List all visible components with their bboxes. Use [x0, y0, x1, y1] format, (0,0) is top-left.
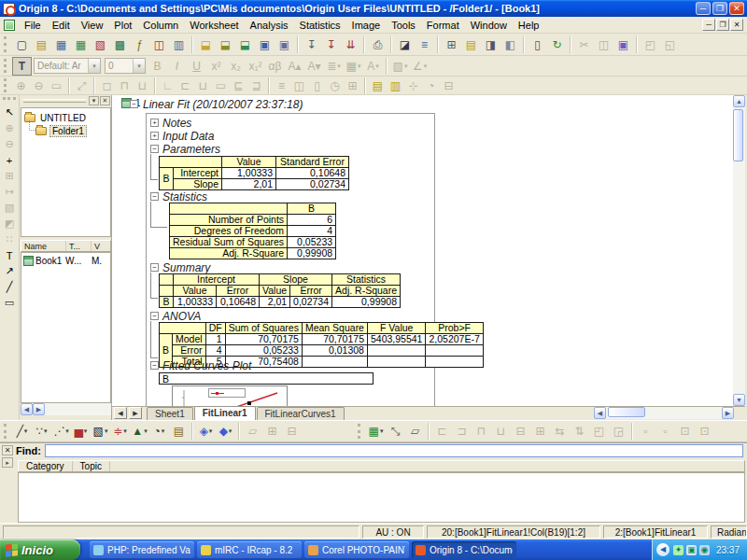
tray-chevron-button[interactable]: ◀ — [656, 543, 669, 556]
history-window-button[interactable]: ◧ — [500, 35, 520, 54]
result-log-button[interactable]: ▤ — [461, 35, 481, 54]
scrollbar-thumb[interactable] — [608, 407, 645, 417]
task-mirc[interactable]: mIRC - IRcap - 8.2 — [197, 541, 302, 558]
menu-item[interactable]: Image — [346, 18, 387, 33]
add-color-scale-button[interactable]: ▥ — [387, 77, 404, 93]
restore-button[interactable]: ❐ — [712, 2, 727, 15]
mdi-minimize-button[interactable]: ─ — [702, 19, 715, 31]
import-ascii-button[interactable]: ↧ — [321, 35, 341, 54]
expand-toggle[interactable]: − — [150, 145, 159, 153]
new-2d-graph-button[interactable]: ◈ — [196, 422, 216, 441]
toolbar-grip[interactable] — [3, 97, 16, 102]
import-wizard-button[interactable]: ↧ — [302, 35, 321, 54]
column-header-topic[interactable]: Topic — [73, 461, 110, 471]
column-header-category[interactable]: Category — [19, 461, 73, 471]
new-legend-button[interactable]: ▤ — [369, 77, 387, 93]
results-list[interactable] — [18, 472, 745, 523]
menu-item[interactable]: File — [19, 18, 47, 33]
column-plot-button[interactable]: ▅ — [71, 422, 91, 441]
panel-grip[interactable] — [23, 99, 86, 103]
expand-toggle[interactable]: + — [150, 132, 159, 140]
worksheet-button[interactable]: ▦ — [366, 422, 386, 441]
tab-sheet1[interactable]: Sheet1 — [147, 407, 193, 420]
line-tool[interactable]: ╱ — [1, 279, 18, 295]
font-combo[interactable]: Default: Ar▾ — [34, 58, 101, 74]
menu-item[interactable]: Window — [465, 18, 513, 33]
toolbar-grip[interactable] — [4, 424, 8, 440]
scatter-plot-button[interactable]: ∵ — [32, 422, 51, 441]
close-button[interactable]: ✕ — [729, 2, 744, 15]
toolbar-grip[interactable] — [4, 59, 8, 74]
msn-tray-icon[interactable]: ✦ — [673, 545, 684, 555]
font-size-combo[interactable]: 0▾ — [105, 58, 146, 74]
window-list-item-book1[interactable]: Book1 W... M. — [21, 253, 110, 266]
column-header-name[interactable]: Name — [21, 241, 66, 251]
expand-toggle[interactable]: − — [150, 361, 159, 370]
menu-item[interactable]: Statistics — [294, 18, 346, 33]
pointer-tool[interactable]: ↖ — [1, 105, 18, 120]
save-template-button[interactable]: ▣ — [275, 35, 294, 54]
line-plot-button[interactable]: ╱ — [12, 422, 32, 441]
new-project-button[interactable]: ▢ — [12, 35, 32, 54]
apply-format-button[interactable]: T — [12, 57, 32, 76]
menu-item[interactable]: Column — [137, 18, 184, 33]
open-button[interactable]: ⬓ — [196, 35, 216, 54]
find-panel-dock-button[interactable]: ▸ — [2, 457, 13, 468]
volume-tray-icon[interactable]: ◉ — [699, 545, 710, 555]
expand-toggle[interactable]: − — [130, 100, 138, 108]
menu-item[interactable]: Worksheet — [184, 18, 244, 33]
mdi-restore-button[interactable]: ❐ — [716, 19, 729, 31]
line-symbol-plot-button[interactable]: ⋰ — [51, 422, 71, 441]
chevron-down-icon[interactable]: ▾ — [88, 59, 100, 73]
add-new-columns-button[interactable]: ▯ — [528, 35, 547, 54]
panel-close-button[interactable]: ✕ — [100, 96, 110, 105]
network-tray-icon[interactable]: ▣ — [686, 545, 697, 555]
task-origin[interactable]: Origin 8 - C:\Docume... — [412, 541, 516, 558]
minimize-button[interactable]: ─ — [696, 2, 711, 15]
menu-item[interactable]: Format — [421, 18, 465, 33]
toolbar-grip[interactable] — [4, 36, 8, 52]
menu-item[interactable]: Analysis — [245, 18, 294, 33]
new-function-button[interactable]: ƒ — [130, 35, 149, 54]
panel-menu-button[interactable]: ▾ — [89, 96, 99, 105]
screen-reader-tool[interactable]: + — [1, 152, 18, 168]
scrollbar-thumb[interactable] — [733, 109, 743, 161]
pie-plot-button[interactable]: ◔ — [149, 422, 169, 441]
tab-fitlinearcurves1[interactable]: FitLinearCurves1 — [257, 407, 345, 420]
task-corel[interactable]: Corel PHOTO-PAINT ... — [304, 541, 409, 558]
tree-item-untitled[interactable]: UNTITLED — [24, 111, 110, 124]
graph-gallery-button[interactable]: ▤ — [169, 422, 189, 441]
new-notes-button[interactable]: ▥ — [169, 35, 189, 54]
new-graph-button[interactable]: ▧ — [91, 35, 110, 54]
expand-toggle[interactable]: − — [150, 263, 159, 272]
command-window-button[interactable]: ◨ — [481, 35, 500, 54]
new-workbook-button[interactable]: ▦ — [51, 35, 71, 54]
new-excel-button[interactable]: ▩ — [110, 35, 130, 54]
task-php[interactable]: PHP: Predefined Vari... — [90, 541, 194, 558]
new-matrix-button[interactable]: ▦ — [71, 35, 91, 54]
resize-button[interactable]: ⤡ — [386, 422, 405, 441]
new-3d-graph-button[interactable]: ◆ — [216, 422, 235, 441]
print-button[interactable]: ⎙ — [368, 35, 388, 54]
menu-item[interactable]: View — [76, 18, 109, 33]
box-plot-button[interactable]: ≑ — [110, 422, 130, 441]
tree-item-folder1[interactable]: Folder1 — [35, 124, 110, 137]
tab-fitlinear1[interactable]: FitLinear1 — [194, 406, 256, 420]
column-header-view[interactable]: V — [92, 241, 110, 251]
new-layout-button[interactable]: ◫ — [149, 35, 169, 54]
tab-scroll-left-button[interactable]: ◀ — [114, 407, 127, 419]
menu-item[interactable]: Tools — [386, 18, 421, 33]
scrollbar-track[interactable] — [733, 107, 745, 394]
chevron-down-icon[interactable]: ▾ — [133, 59, 145, 73]
find-panel-close-button[interactable]: ✕ — [2, 445, 13, 455]
toolbar-grip[interactable] — [358, 424, 362, 440]
arrow-tool[interactable]: ↗ — [1, 263, 18, 279]
scroll-right-button[interactable]: ▶ — [33, 403, 45, 415]
menu-item[interactable]: Help — [513, 18, 545, 33]
text-tool[interactable]: T — [1, 247, 18, 263]
scroll-up-button[interactable]: ▲ — [733, 95, 745, 107]
refresh-button[interactable]: ↻ — [547, 35, 567, 54]
project-explorer-button[interactable]: ⊞ — [442, 35, 461, 54]
save-project-button[interactable]: ▣ — [255, 35, 275, 54]
start-button[interactable]: Inicio — [0, 539, 80, 560]
